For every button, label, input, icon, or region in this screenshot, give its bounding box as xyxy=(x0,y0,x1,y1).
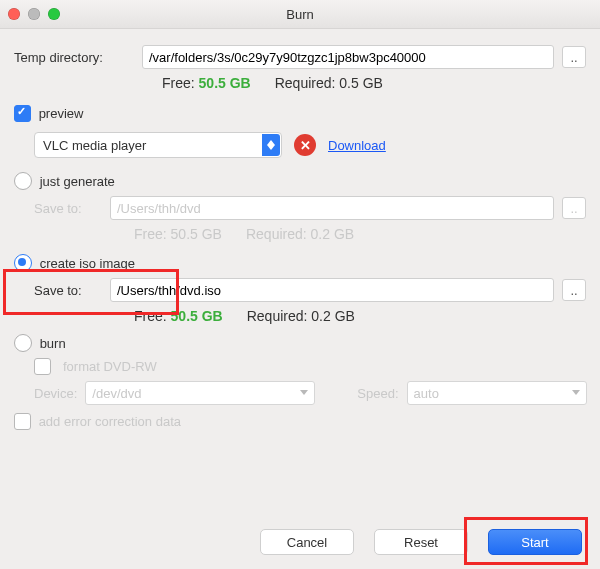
jg-browse-button: .. xyxy=(562,197,586,219)
speed-combo: auto xyxy=(407,381,587,405)
speed-label: Speed: xyxy=(357,386,398,401)
create-iso-label: create iso image xyxy=(40,256,135,271)
jg-free-label: Free: xyxy=(134,226,167,242)
jg-save-input xyxy=(110,196,554,220)
iso-save-label: Save to: xyxy=(34,283,102,298)
jg-free-value: 50.5 GB xyxy=(171,226,222,242)
temp-dir-browse-button[interactable]: .. xyxy=(562,46,586,68)
just-generate-label: just generate xyxy=(40,174,115,189)
iso-req-label: Required: xyxy=(247,308,308,324)
titlebar: Burn xyxy=(0,0,600,29)
iso-req-value: 0.2 GB xyxy=(311,308,355,324)
preview-player-value: VLC media player xyxy=(43,138,146,153)
start-button[interactable]: Start xyxy=(488,529,582,555)
temp-required-value: 0.5 GB xyxy=(339,75,383,91)
temp-required-label: Required: xyxy=(275,75,336,91)
temp-free-label: Free: xyxy=(162,75,195,91)
burn-radio[interactable] xyxy=(14,334,32,352)
ecc-label: add error correction data xyxy=(39,414,181,429)
jg-req-value: 0.2 GB xyxy=(311,226,355,242)
jg-req-label: Required: xyxy=(246,226,307,242)
just-generate-radio[interactable] xyxy=(14,172,32,190)
format-dvd-label: format DVD-RW xyxy=(63,359,157,374)
reset-button[interactable]: Reset xyxy=(374,529,468,555)
burn-label: burn xyxy=(40,336,66,351)
preview-player-select[interactable]: VLC media player xyxy=(34,132,282,158)
select-stepper-icon xyxy=(262,134,280,156)
preview-checkbox[interactable] xyxy=(14,105,31,122)
device-label: Device: xyxy=(34,386,77,401)
format-dvd-checkbox xyxy=(34,358,51,375)
preview-label: preview xyxy=(39,106,84,121)
temp-free-value: 50.5 GB xyxy=(199,75,251,91)
iso-free-label: Free: xyxy=(134,308,167,324)
temp-dir-input[interactable] xyxy=(142,45,554,69)
create-iso-radio[interactable] xyxy=(14,254,32,272)
device-combo: /dev/dvd xyxy=(85,381,315,405)
error-close-icon[interactable]: ✕ xyxy=(294,134,316,156)
iso-browse-button[interactable]: .. xyxy=(562,279,586,301)
jg-save-label: Save to: xyxy=(34,201,102,216)
cancel-button[interactable]: Cancel xyxy=(260,529,354,555)
temp-dir-label: Temp directory: xyxy=(14,50,134,65)
window-title: Burn xyxy=(0,7,600,22)
iso-save-input[interactable] xyxy=(110,278,554,302)
iso-free-value: 50.5 GB xyxy=(171,308,223,324)
ecc-checkbox xyxy=(14,413,31,430)
download-link[interactable]: Download xyxy=(328,138,386,153)
